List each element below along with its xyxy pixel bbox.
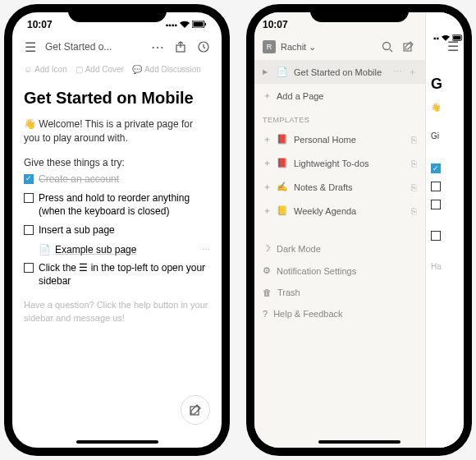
signal-icon: ▪▪▪▪ xyxy=(166,21,177,30)
plus-icon[interactable]: ＋ xyxy=(263,157,271,169)
chevron-right-icon[interactable]: ▶ xyxy=(263,68,271,76)
wifi-icon xyxy=(180,21,190,30)
compose-icon[interactable] xyxy=(400,39,417,55)
copy-icon[interactable]: ⎘ xyxy=(411,206,417,216)
template-lightweight-todos[interactable]: ＋ 📕 Lightweight To-dos ⎘ xyxy=(254,151,425,175)
menu-icon[interactable]: ☰ xyxy=(22,39,39,55)
status-icons: ▪▪▪▪ xyxy=(166,21,207,30)
page-title[interactable]: Get Started on Mobile xyxy=(24,89,210,108)
emoji-icon: ☺ xyxy=(24,65,32,74)
welcome-text[interactable]: 👋 Welcome! This is a private page for yo… xyxy=(24,117,210,145)
template-weekly-agenda[interactable]: ＋ 📒 Weekly Agenda ⎘ xyxy=(254,199,425,223)
add-discussion-action[interactable]: 💬 Add Discussion xyxy=(132,65,201,74)
trash-icon: 🗑 xyxy=(263,288,272,297)
checkbox xyxy=(431,182,441,191)
sidebar-item-label: Add a Page xyxy=(277,91,417,101)
peek-content[interactable]: ▪▪ ☰ G 👋 Gi Ha xyxy=(426,12,464,448)
help-icon: ? xyxy=(263,309,268,319)
help-feedback[interactable]: ? Help & Feedback xyxy=(254,303,425,324)
peek-give: Gi xyxy=(431,131,464,140)
checkbox-checked xyxy=(431,163,441,173)
notch xyxy=(310,4,409,22)
try-header[interactable]: Give these things a try: xyxy=(24,157,210,168)
plus-icon[interactable]: ＋ xyxy=(408,66,417,78)
template-emoji: 📕 xyxy=(277,158,288,168)
peek-welcome: 👋 xyxy=(431,103,464,112)
sidebar-item-label: Personal Home xyxy=(294,135,405,145)
peek-title: G xyxy=(431,76,464,93)
sidebar-footer: ☽ Dark Mode ⚙ Notification Settings 🗑 Tr… xyxy=(254,237,425,324)
sidebar-item-label: Get Started on Mobile xyxy=(294,67,387,77)
template-personal-home[interactable]: ＋ 📕 Personal Home ⎘ xyxy=(254,127,425,151)
checkbox[interactable] xyxy=(24,193,34,203)
svg-rect-2 xyxy=(205,23,207,25)
checkbox xyxy=(431,200,441,209)
plus-icon[interactable]: ＋ xyxy=(263,181,271,193)
todo-item-2[interactable]: Press and hold to reorder anything (when… xyxy=(24,192,210,218)
todo-text: Create an account xyxy=(39,173,119,186)
todo-text: Insert a sub page xyxy=(39,224,115,237)
chat-icon: 💬 xyxy=(132,65,142,74)
checkbox[interactable] xyxy=(24,263,34,273)
checkbox[interactable] xyxy=(24,225,34,235)
sidebar-add-page[interactable]: ＋ Add a Page xyxy=(254,84,425,108)
plus-icon[interactable]: ＋ xyxy=(263,133,271,145)
phone-right: 10:07 R Rachit ⌄ ▶ 📄 Get Started on Mobi… xyxy=(246,4,472,456)
plus-icon: ＋ xyxy=(263,90,271,102)
compose-button[interactable] xyxy=(181,395,210,425)
add-cover-action[interactable]: ▢ Add Cover xyxy=(76,65,124,74)
clock-icon[interactable] xyxy=(195,39,212,55)
share-icon[interactable] xyxy=(172,39,189,55)
screen-right: 10:07 R Rachit ⌄ ▶ 📄 Get Started on Mobi… xyxy=(254,12,464,448)
template-notes-drafts[interactable]: ＋ ✍️ Notes & Drafts ⎘ xyxy=(254,175,425,199)
sidebar: 10:07 R Rachit ⌄ ▶ 📄 Get Started on Mobi… xyxy=(254,12,426,448)
checkbox xyxy=(431,231,441,241)
notification-settings[interactable]: ⚙ Notification Settings xyxy=(254,260,425,282)
search-icon[interactable] xyxy=(379,39,396,55)
topbar: ☰ Get Started o... ⋯ xyxy=(12,34,222,60)
status-time: 10:07 xyxy=(263,19,288,30)
status-time: 10:07 xyxy=(27,19,53,30)
sidebar-header: R Rachit ⌄ xyxy=(254,34,425,60)
signal-icon: ▪▪ xyxy=(433,34,439,43)
sidebar-page-current[interactable]: ▶ 📄 Get Started on Mobile ⋯ ＋ xyxy=(254,60,425,84)
footer-note[interactable]: Have a question? Click the help button i… xyxy=(24,299,210,324)
more-icon[interactable]: ⋯ xyxy=(202,245,210,254)
template-emoji: 📒 xyxy=(277,205,288,216)
add-icon-action[interactable]: ☺ Add Icon xyxy=(24,65,67,74)
battery-icon xyxy=(192,21,207,30)
subpage-text: Example sub page xyxy=(55,244,136,255)
more-icon[interactable]: ⋯ xyxy=(149,39,166,55)
copy-icon[interactable]: ⎘ xyxy=(411,135,417,145)
sidebar-item-label: Weekly Agenda xyxy=(294,206,405,216)
sidebar-item-label: Lightweight To-dos xyxy=(294,159,405,168)
notch xyxy=(68,4,167,22)
page-icon: 📄 xyxy=(39,244,51,255)
subpage-link[interactable]: 📄 Example sub page ⋯ xyxy=(39,244,210,255)
home-indicator[interactable] xyxy=(76,440,158,444)
breadcrumb[interactable]: Get Started o... xyxy=(45,41,143,53)
page-content: Get Started on Mobile 👋 Welcome! This is… xyxy=(12,79,222,329)
todo-item-4[interactable]: Click the ☰ in the top-left to open your… xyxy=(24,262,210,288)
copy-icon[interactable]: ⎘ xyxy=(411,159,417,168)
more-icon[interactable]: ⋯ xyxy=(393,67,402,77)
menu-icon[interactable]: ☰ xyxy=(447,39,459,54)
workspace-switcher[interactable]: Rachit ⌄ xyxy=(281,42,374,53)
page-actions-row: ☺ Add Icon ▢ Add Cover 💬 Add Discussion xyxy=(12,60,222,79)
template-emoji: 📕 xyxy=(277,134,288,145)
moon-icon: ☽ xyxy=(263,243,271,254)
home-indicator[interactable] xyxy=(318,440,400,444)
screen-left: 10:07 ▪▪▪▪ ☰ Get Started o... ⋯ xyxy=(12,12,222,448)
copy-icon[interactable]: ⎘ xyxy=(411,182,417,192)
sidebar-item-label: Notes & Drafts xyxy=(294,182,405,192)
dark-mode-toggle[interactable]: ☽ Dark Mode xyxy=(254,237,425,260)
trash[interactable]: 🗑 Trash xyxy=(254,282,425,303)
todo-item-3[interactable]: Insert a sub page xyxy=(24,224,210,237)
avatar[interactable]: R xyxy=(263,40,276,53)
plus-icon[interactable]: ＋ xyxy=(263,205,271,217)
templates-header: TEMPLATES xyxy=(254,108,425,127)
gear-icon: ⚙ xyxy=(263,265,271,276)
checkbox-checked[interactable] xyxy=(24,174,34,184)
svg-point-6 xyxy=(383,43,391,50)
todo-item-1[interactable]: Create an account xyxy=(24,173,210,186)
